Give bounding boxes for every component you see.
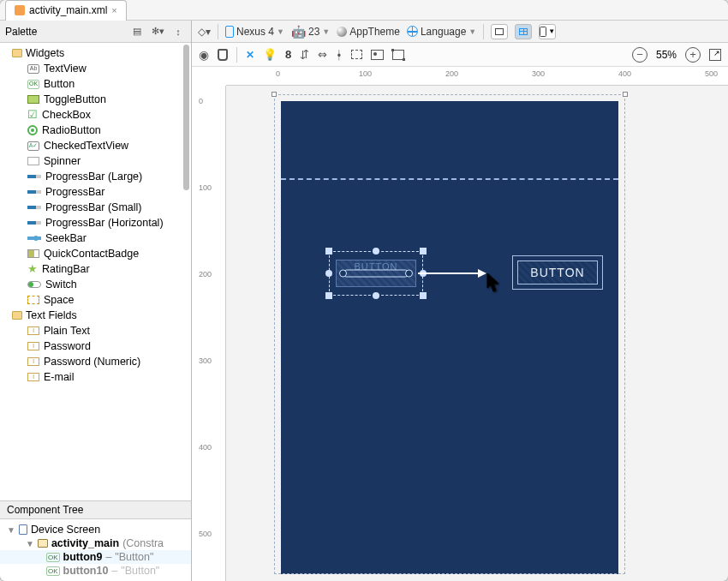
palette-item-progresshoriz[interactable]: ProgressBar (Horizontal) [0,215,191,231]
palette-item-plaintext[interactable]: IPlain Text [0,323,191,338]
palette-item-label: ProgressBar (Horizontal) [45,215,164,231]
eye-icon[interactable] [199,48,209,62]
widget-button9-selected[interactable]: BUTTON [329,251,423,296]
magnet-icon[interactable] [218,49,228,61]
ct-device-screen[interactable]: ▼ Device Screen [0,523,191,536]
device-frame[interactable]: BUTTON [274,94,625,574]
tree-twisty-icon[interactable]: ▼ [26,539,34,548]
palette-item-progresslarge[interactable]: ProgressBar (Large) [0,169,191,184]
clear-constraints-icon[interactable]: ✕ [246,49,254,61]
editor-tab-activity-main[interactable]: activity_main.xml × [5,0,127,21]
palette-item-progresssmall[interactable]: ProgressBar (Small) [0,200,191,215]
palette-item-label: Plain Text [44,323,90,338]
resize-handle[interactable] [325,292,332,299]
viewmode-blueprint-button[interactable] [515,24,532,39]
expand-icon[interactable] [351,50,362,59]
ct-button10[interactable]: OK button10 – "Button" [0,564,191,578]
textfield-icon: I [27,357,39,366]
palette-item-checkedtextview[interactable]: A✓CheckedTextView [0,138,191,153]
button10-visual[interactable]: BUTTON [517,261,598,285]
gear-icon[interactable]: ✻▾ [150,24,165,39]
widget-button10[interactable]: BUTTON [512,255,603,290]
palette-item-label: ProgressBar (Small) [45,200,142,215]
tab-filename: activity_main.xml [29,4,107,16]
palette-item-quickcontact[interactable]: QuickContactBadge [0,246,191,261]
palette-title: Palette [5,26,124,38]
language-label: Language [421,26,466,38]
contact-icon [27,249,39,258]
api-label: 23 [308,26,319,38]
pack-icon[interactable]: ⇵ [300,48,309,61]
progress-icon [27,190,41,194]
orientation-button[interactable]: ▼ [539,24,556,39]
palette-item-switch[interactable]: Switch [0,277,191,292]
palette-item-passwordnumeric[interactable]: IPassword (Numeric) [0,354,191,369]
resize-handle[interactable] [420,248,427,255]
zoom-in-button[interactable]: + [685,47,701,63]
ct-button9[interactable]: OK button9 – "Button" [0,550,191,564]
device-icon [19,524,27,535]
phone-icon [225,26,234,38]
palette-item-password[interactable]: IPassword [0,338,191,354]
palette-item-textview[interactable]: AbTextView [0,61,191,76]
ct-label: button9 [63,551,103,563]
close-icon[interactable]: × [111,5,116,15]
palette-item-label: CheckBox [42,107,91,123]
toggle-icon [27,95,39,104]
align-icon[interactable]: ⇔ [318,48,327,61]
ct-label: activity_main [51,537,119,549]
palette-item-ratingbar[interactable]: ★RatingBar [0,261,191,277]
palette-item-radiobutton[interactable]: RadioButton [0,123,191,138]
palette-tree[interactable]: Widgets AbTextView OKButton ToggleButton… [0,43,191,500]
palette-item-progress[interactable]: ProgressBar [0,184,191,200]
zoom-fit-button[interactable] [709,49,721,61]
palette-item-button[interactable]: OKButton [0,76,191,92]
design-editor: ◇▾ Nexus 4▼ 🤖23▼ AppTheme Language▼ ▼ ✕ … [192,21,728,581]
default-margin-value[interactable]: 8 [285,48,291,61]
component-icon[interactable] [392,50,404,60]
palette-layout-icon[interactable]: ▤ [129,24,145,39]
palette-group-textfields[interactable]: Text Fields [0,308,191,323]
scrollbar-thumb[interactable] [183,45,189,190]
canvas-viewport[interactable]: BUTTON [226,86,728,581]
palette-item-label: CheckedTextView [44,138,128,153]
zoom-value: 55% [656,49,677,61]
language-selector[interactable]: Language▼ [407,26,476,38]
palette-item-email[interactable]: IE-mail [0,369,191,385]
tree-twisty-icon[interactable]: ▼ [7,525,15,535]
chevron-down-icon: ▼ [548,27,555,35]
api-selector[interactable]: 🤖23▼ [291,25,330,39]
zoom-out-button[interactable]: − [632,47,647,63]
ruler-tick: 300 [532,69,545,78]
ruler-vertical: 0 100 200 300 400 500 [192,86,226,581]
resize-handle[interactable] [325,248,332,255]
device-selector[interactable]: Nexus 4▼ [225,26,284,38]
theme-selector[interactable]: AppTheme [337,26,400,38]
palette-group-widgets[interactable]: Widgets [0,45,191,61]
baseline-handle[interactable] [343,270,409,278]
design-actions-toolbar: ✕ 💡 8 ⇵ ⇔ ⍿ − 55% + [192,43,728,67]
arrow-line [418,273,478,274]
constraint-handle[interactable] [373,248,379,255]
resize-handle[interactable] [420,292,427,299]
component-tree[interactable]: ▼ Device Screen ▼ activity_main (Constra… [0,519,191,581]
ct-activity-main[interactable]: ▼ activity_main (Constra [0,536,191,550]
palette-item-spinner[interactable]: Spinner [0,153,191,169]
palette-item-space[interactable]: Space [0,292,191,308]
infer-constraints-icon[interactable]: 💡 [263,48,277,61]
design-surface-icon[interactable]: ◇▾ [197,25,211,39]
button-icon: OK [27,80,39,89]
palette-item-togglebutton[interactable]: ToggleButton [0,92,191,107]
constraint-handle[interactable] [325,270,332,277]
palette-item-seekbar[interactable]: SeekBar [0,231,191,246]
guideline-icon[interactable]: ⍿ [336,48,343,61]
main-layout: Palette ▤ ✻▾ ↕ Widgets AbTextView OKButt… [0,21,728,581]
design-canvas[interactable]: 0 100 200 300 400 500 0 100 200 300 400 … [192,67,728,581]
switch-icon [27,281,41,288]
scroll-icon[interactable]: ↕ [170,24,186,39]
textfield-icon: I [27,373,39,381]
constraint-handle[interactable] [373,292,379,299]
viewmode-design-button[interactable] [491,24,508,39]
image-icon[interactable] [371,50,384,60]
palette-item-checkbox[interactable]: ☑CheckBox [0,107,191,123]
